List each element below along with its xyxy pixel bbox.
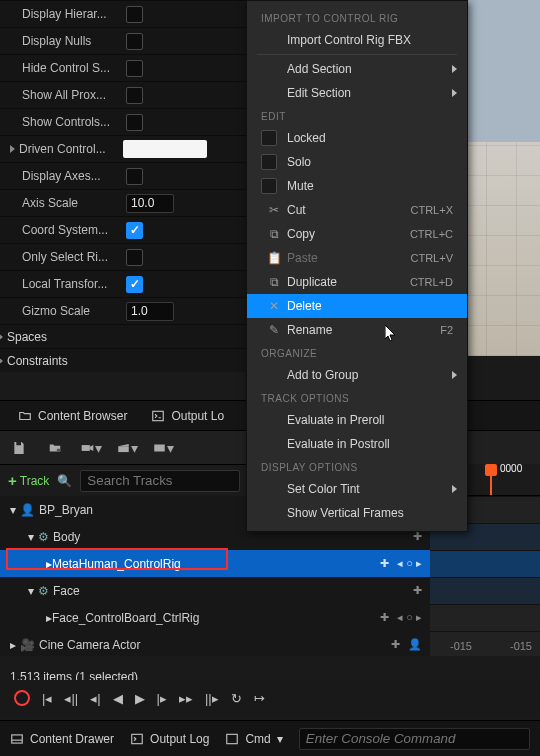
folder-icon	[18, 409, 32, 423]
checkbox[interactable]	[126, 249, 143, 266]
color-well[interactable]	[123, 140, 207, 158]
axis-scale-input[interactable]	[126, 194, 174, 213]
checkbox-icon	[261, 154, 277, 170]
play-reverse-icon[interactable]: ◀	[113, 691, 123, 706]
add-icon[interactable]: ✚	[380, 611, 389, 624]
menu-set-color-tint[interactable]: Set Color Tint	[247, 477, 467, 501]
menu-mute[interactable]: Mute	[247, 174, 467, 198]
menu-paste: 📋PasteCTRL+V	[247, 246, 467, 270]
go-start-icon[interactable]: |◂	[42, 691, 52, 706]
track-row[interactable]: ▾ ⚙Face✚	[0, 577, 430, 604]
status-label: Content Drawer	[30, 732, 114, 746]
shortcut: CTRL+C	[410, 228, 453, 240]
search-input[interactable]	[80, 470, 240, 492]
menu-label: Rename	[287, 323, 440, 337]
output-log-button[interactable]: Output Log	[130, 732, 209, 746]
prop-label: Gizmo Scale	[22, 304, 118, 318]
track-label: Face	[53, 584, 80, 598]
menu-add-to-group[interactable]: Add to Group	[247, 363, 467, 387]
terminal-icon	[151, 409, 165, 423]
shortcut: CTRL+D	[410, 276, 453, 288]
play-icon[interactable]: ▶	[135, 691, 145, 706]
console-input[interactable]	[299, 728, 530, 750]
prop-label: Axis Scale	[22, 196, 118, 210]
go-end-icon[interactable]: ||▸	[205, 691, 219, 706]
frame-fwd-icon[interactable]: |▸	[157, 691, 167, 706]
status-label: Cmd	[245, 732, 270, 746]
svg-rect-0	[153, 411, 164, 420]
expand-icon[interactable]	[0, 357, 3, 365]
checkbox[interactable]	[126, 33, 143, 50]
prop-label: Driven Control...	[19, 142, 115, 156]
prop-label: Show All Prox...	[22, 88, 118, 102]
chevron-down-icon: ▾	[277, 732, 283, 746]
menu-add-section[interactable]: Add Section	[247, 57, 467, 81]
tab-content-browser[interactable]: Content Browser	[6, 401, 139, 431]
add-track-button[interactable]: +Track	[8, 472, 49, 489]
svg-rect-6	[132, 734, 143, 743]
range-icon[interactable]: ↦	[254, 691, 265, 706]
loop-icon[interactable]: ↻	[231, 691, 242, 706]
menu-cut[interactable]: ✂CutCTRL+X	[247, 198, 467, 222]
track-row[interactable]: ▸ Face_ControlBoard_CtrlRig✚◂ ○ ▸	[0, 604, 430, 631]
menu-copy[interactable]: ⧉CopyCTRL+C	[247, 222, 467, 246]
checkbox[interactable]	[126, 60, 143, 77]
menu-duplicate[interactable]: ⧉DuplicateCTRL+D	[247, 270, 467, 294]
expand-icon[interactable]	[10, 145, 15, 153]
svg-rect-5	[12, 734, 23, 742]
shortcut: CTRL+X	[411, 204, 454, 216]
checkbox[interactable]	[126, 222, 143, 239]
menu-import-fbx[interactable]: Import Control Rig FBX	[247, 28, 467, 52]
add-icon[interactable]: ✚	[380, 557, 389, 570]
menu-rename[interactable]: ✎RenameF2	[247, 318, 467, 342]
checkbox[interactable]	[126, 114, 143, 131]
cut-icon: ✂	[261, 203, 287, 217]
action-icon[interactable]: ▾	[152, 437, 174, 459]
menu-eval-postroll[interactable]: Evaluate in Postroll	[247, 432, 467, 456]
gizmo-scale-input[interactable]	[126, 302, 174, 321]
expand-icon[interactable]	[0, 333, 3, 341]
menu-header: IMPORT TO CONTROL RIG	[247, 7, 467, 28]
menu-locked[interactable]: Locked	[247, 126, 467, 150]
checkbox[interactable]	[126, 6, 143, 23]
menu-eval-preroll[interactable]: Evaluate in Preroll	[247, 408, 467, 432]
svg-point-1	[57, 448, 61, 452]
tab-output-log[interactable]: Output Lo	[139, 401, 236, 431]
menu-edit-section[interactable]: Edit Section	[247, 81, 467, 105]
save-icon[interactable]	[8, 437, 30, 459]
step-fwd-icon[interactable]: ▸▸	[179, 691, 193, 706]
cmd-icon	[225, 732, 239, 746]
content-drawer-button[interactable]: Content Drawer	[10, 732, 114, 746]
add-icon[interactable]: ✚	[391, 638, 400, 651]
browse-icon[interactable]	[44, 437, 66, 459]
cmd-dropdown[interactable]: Cmd ▾	[225, 732, 282, 746]
checkbox[interactable]	[126, 276, 143, 293]
copy-icon: ⧉	[261, 227, 287, 241]
checkbox[interactable]	[126, 87, 143, 104]
add-track-label: Track	[20, 474, 50, 488]
record-button[interactable]	[14, 690, 30, 706]
menu-solo[interactable]: Solo	[247, 150, 467, 174]
user-icon[interactable]: 👤	[408, 638, 422, 651]
menu-label: Show Vertical Frames	[287, 506, 453, 520]
playhead-frame: 0000	[500, 463, 522, 474]
menu-label: Copy	[287, 227, 410, 241]
camera-icon[interactable]: ▾	[80, 437, 102, 459]
track-row[interactable]: ▸ 🎥Cine Camera Actor✚👤	[0, 631, 430, 658]
step-back-icon[interactable]: ◂||	[64, 691, 78, 706]
track-row-selected[interactable]: ▸ MetaHuman_ControlRig✚◂ ○ ▸	[0, 550, 430, 577]
add-icon[interactable]: ✚	[413, 584, 422, 597]
clapper-icon[interactable]: ▾	[116, 437, 138, 459]
menu-label: Evaluate in Postroll	[287, 437, 453, 451]
menu-delete[interactable]: ✕Delete	[247, 294, 467, 318]
checkbox[interactable]	[126, 168, 143, 185]
nav-icons[interactable]: ◂ ○ ▸	[397, 557, 422, 570]
menu-label: Evaluate in Preroll	[287, 413, 453, 427]
track-label: MetaHuman_ControlRig	[52, 557, 181, 571]
rename-icon: ✎	[261, 323, 287, 337]
terminal-icon	[130, 732, 144, 746]
menu-show-vertical-frames[interactable]: Show Vertical Frames	[247, 501, 467, 525]
nav-icons[interactable]: ◂ ○ ▸	[397, 611, 422, 624]
frame-back-icon[interactable]: ◂|	[90, 691, 100, 706]
playhead[interactable]: 0000	[490, 464, 492, 495]
